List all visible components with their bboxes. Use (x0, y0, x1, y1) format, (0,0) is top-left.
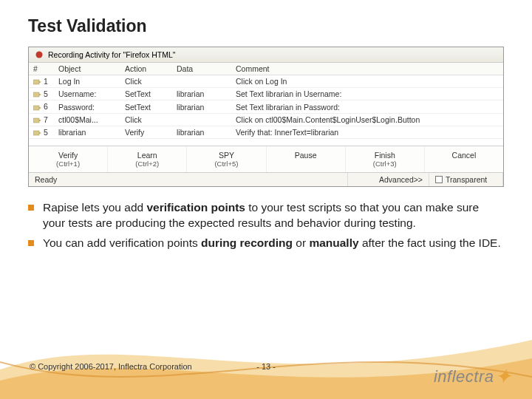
step-icon (33, 104, 42, 112)
bullet-text: or (293, 236, 309, 249)
transparent-label: Transparent (446, 175, 487, 184)
cell-action: SetText (120, 100, 172, 113)
cell-comment: Verify that: InnerText=librarian (231, 126, 503, 138)
step-icon (33, 78, 42, 86)
cell-num: 7 (44, 115, 48, 124)
cell-data (172, 75, 231, 88)
cell-action: Click (120, 113, 172, 126)
learn-button[interactable]: Learn(Ctrl+2) (108, 146, 187, 172)
cell-action: Verify (120, 126, 172, 138)
cell-object: Username: (54, 88, 120, 100)
btn-shortcut: (Ctrl+2) (108, 160, 186, 168)
bullet-text-bold: manually (309, 236, 358, 249)
spy-button[interactable]: SPY(Ctrl+5) (187, 146, 266, 172)
status-ready: Ready (29, 173, 348, 186)
cell-comment: Click on Log In (231, 75, 503, 88)
cell-num: 1 (44, 77, 48, 86)
btn-shortcut: (Ctrl+1) (29, 160, 107, 168)
cancel-button[interactable]: Cancel (425, 146, 503, 172)
button-bar: Verify(Ctrl+1) Learn(Ctrl+2) SPY(Ctrl+5)… (29, 146, 503, 172)
btn-label: Learn (137, 151, 157, 160)
table-header-row: # Object Action Data Comment (29, 63, 503, 75)
cell-comment: Set Text librarian in Username: (231, 88, 503, 100)
btn-label: SPY (219, 151, 234, 160)
cell-data: librarian (172, 88, 231, 100)
slide-title: Test Validation (28, 16, 504, 36)
cell-object: Log In (54, 75, 120, 88)
cell-data: librarian (172, 100, 231, 113)
bullet-list: Rapise lets you add verification points … (28, 200, 504, 251)
svg-rect-3 (33, 106, 39, 110)
advanced-button[interactable]: Advanced>> (348, 173, 429, 186)
svg-point-0 (36, 52, 43, 58)
bullet-text-bold: verification points (146, 201, 245, 214)
col-object: Object (54, 63, 120, 75)
bullet-text-bold: during recording (201, 236, 293, 249)
svg-rect-4 (33, 118, 39, 123)
svg-rect-2 (33, 92, 39, 97)
logo-text: inflectra (434, 367, 494, 386)
bullet-text: after the fact using the IDE. (359, 236, 501, 249)
cell-num: 5 (44, 128, 48, 137)
inflectra-logo: inflectra✦ (434, 363, 511, 387)
window-caption: Recording Activity for "Firefox HTML" (48, 50, 176, 59)
cell-comment: Set Text librarian in Password: (231, 100, 503, 113)
col-data: Data (172, 63, 231, 75)
finish-button[interactable]: Finish(Ctrl+3) (346, 146, 425, 172)
status-bar: Ready Advanced>> Transparent (29, 172, 503, 186)
cell-object: ctl00$Mai... (54, 113, 120, 126)
svg-rect-1 (33, 80, 39, 84)
btn-label: Cancel (452, 151, 477, 160)
verify-button[interactable]: Verify(Ctrl+1) (29, 146, 108, 172)
page-number: - 13 - (256, 362, 276, 371)
pause-button[interactable]: Pause (267, 146, 346, 172)
bullet-text: Rapise lets you add (43, 201, 146, 214)
btn-label: Finish (375, 151, 395, 160)
window-titlebar: Recording Activity for "Firefox HTML" (29, 47, 503, 63)
btn-shortcut: (Ctrl+3) (346, 160, 424, 168)
step-icon (33, 129, 42, 137)
step-icon (33, 117, 42, 124)
table-row: 6 Password: SetText librarian Set Text l… (29, 100, 503, 113)
cell-data (172, 113, 231, 126)
cell-num: 5 (44, 89, 48, 98)
table-row: 5 librarian Verify librarian Verify that… (29, 126, 503, 138)
col-comment: Comment (231, 63, 503, 75)
bullet-item: Rapise lets you add verification points … (28, 200, 504, 231)
table-row: 5 Username: SetText librarian Set Text l… (29, 88, 503, 100)
table-row: 7 ctl00$Mai... Click Click on ctl00$Main… (29, 113, 503, 126)
cell-object: Password: (54, 100, 120, 113)
table-row: 1 Log In Click Click on Log In (29, 75, 503, 88)
svg-rect-5 (33, 131, 39, 135)
cell-object: librarian (54, 126, 120, 138)
cell-action: SetText (120, 88, 172, 100)
cell-action: Click (120, 75, 172, 88)
step-icon (33, 91, 42, 98)
cell-data: librarian (172, 126, 231, 138)
btn-label: Pause (295, 151, 317, 160)
recording-window: Recording Activity for "Firefox HTML" # … (28, 47, 504, 187)
checkbox-icon (435, 176, 443, 183)
logo-flare-icon: ✦ (494, 365, 512, 388)
copyright-text: © Copyright 2006-2017, Inflectra Corpora… (30, 362, 192, 371)
col-action: Action (120, 63, 172, 75)
bullet-text: You can add verification points (43, 236, 201, 249)
cell-comment: Click on ctl00$Main.Content$LoginUser$Lo… (231, 113, 503, 126)
btn-label: Verify (58, 151, 78, 160)
col-num: # (29, 63, 54, 75)
cell-num: 6 (44, 102, 48, 111)
transparent-checkbox[interactable]: Transparent (429, 173, 503, 186)
btn-shortcut: (Ctrl+5) (187, 160, 265, 168)
bullet-item: You can add verification points during r… (28, 236, 504, 251)
recording-table: # Object Action Data Comment 1 Log In Cl… (29, 63, 503, 139)
record-icon (35, 50, 44, 59)
